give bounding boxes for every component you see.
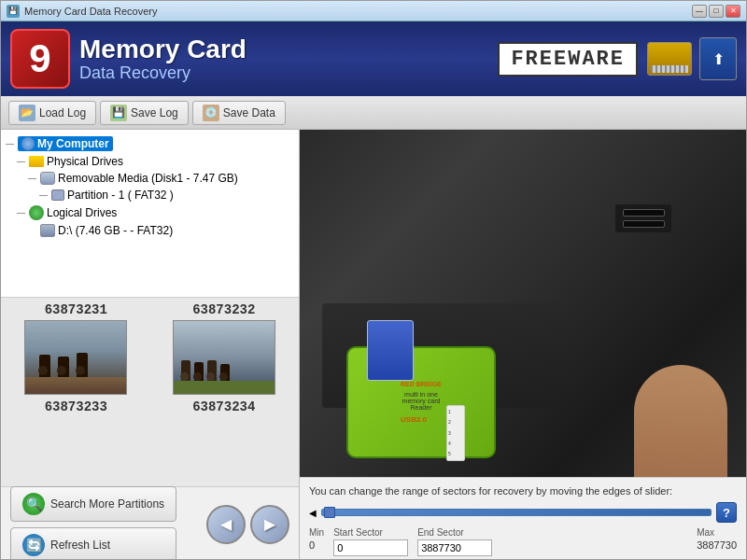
port-hole-1: [623, 209, 665, 217]
expand-icon-physical: —: [17, 157, 26, 166]
window-title: Memory Card Data Recovery: [24, 6, 157, 17]
next-button[interactable]: ▶: [250, 505, 289, 544]
end-sector-label: End Sector: [417, 527, 492, 538]
tree-item-logical-drives[interactable]: — Logical Drives: [6, 203, 294, 222]
photo-display: RED BRIDGE multi in onememory cardReader…: [300, 130, 746, 477]
tree-item-physical-drives[interactable]: — Physical Drives: [6, 153, 294, 170]
minimize-button[interactable]: —: [692, 5, 707, 18]
thumbnail-image-1: [24, 320, 127, 395]
port-area: [615, 204, 671, 232]
port-hole-2: [623, 220, 665, 228]
title-bar-left: 💾 Memory Card Data Recovery: [7, 5, 157, 18]
tree-item-removable-media[interactable]: — Removable Media (Disk1 - 7.47 GB): [6, 170, 294, 187]
expand-icon-removable: —: [28, 174, 37, 183]
thumbnail-image-2: [173, 320, 275, 395]
tree-view: — My Computer — Physical Drives — Remova…: [1, 130, 299, 298]
start-sector-input[interactable]: [333, 539, 408, 556]
nav-buttons: ◀ ▶: [206, 505, 289, 544]
physical-drives-label: Physical Drives: [47, 155, 123, 168]
removable-media-label: Removable Media (Disk1 - 7.47 GB): [58, 172, 238, 185]
computer-icon: [21, 137, 35, 150]
save-data-button[interactable]: 💿 Save Data: [192, 101, 286, 125]
expand-icon-d-drive: [28, 226, 37, 235]
sector-fields-row: Min 0 Start Sector End Sector Max 388773…: [309, 527, 737, 556]
app-icon: 💾: [7, 5, 20, 18]
max-value: 3887730: [697, 539, 737, 551]
memory-card-icon: [647, 42, 692, 76]
my-computer-label: My Computer: [37, 137, 109, 150]
app-title-line2: Data Recovery: [79, 64, 488, 83]
save-log-icon: 💾: [110, 105, 127, 121]
min-value: 0: [309, 539, 324, 551]
partition-icon: [51, 189, 64, 201]
search-more-partitions-button[interactable]: 🔍 Search More Partitions: [10, 486, 176, 522]
d-drive-label: D:\ (7.46 GB - - FAT32): [58, 224, 173, 237]
tree-item-partition[interactable]: — Partition - 1 ( FAT32 ): [6, 187, 294, 203]
save-data-label: Save Data: [223, 106, 275, 119]
expand-icon-computer: —: [6, 139, 15, 148]
title-bar-controls: — □ ✕: [692, 5, 740, 18]
save-data-icon: 💿: [203, 105, 219, 121]
save-log-label: Save Log: [131, 106, 178, 119]
max-label: Max: [697, 527, 737, 538]
thumb-numbers-row1: 63873231 63873232: [6, 302, 294, 317]
thumb-item-1[interactable]: [6, 320, 147, 395]
card-reader: RED BRIDGE multi in onememory cardReader…: [346, 346, 496, 458]
thumbnail-area: 63873231 63873232: [1, 298, 299, 486]
sd-card-icon: ⬆: [699, 37, 737, 80]
tree-item-d-drive[interactable]: D:\ (7.46 GB - - FAT32): [6, 222, 294, 239]
sd-card-inserted: [367, 320, 414, 381]
freeware-badge: FREEWARE: [498, 42, 638, 77]
search-more-partitions-label: Search More Partitions: [50, 497, 164, 511]
card-reader-brand: RED BRIDGE multi in onememory cardReader…: [401, 381, 442, 423]
thumb-item-2[interactable]: [154, 320, 295, 395]
save-log-button[interactable]: 💾 Save Log: [100, 101, 189, 125]
restore-button[interactable]: □: [709, 5, 724, 18]
help-button[interactable]: ?: [716, 502, 737, 523]
slider-handle-left[interactable]: [324, 507, 335, 518]
recovery-info-text: You can change the range of sectors for …: [309, 485, 737, 497]
title-bar: 💾 Memory Card Data Recovery — □ ✕: [1, 1, 746, 21]
hand-shape: [634, 365, 727, 477]
tree-item-my-computer[interactable]: — My Computer: [6, 134, 294, 153]
thumb-id-63873231: 63873231: [6, 302, 147, 317]
disk-icon-d: [40, 224, 55, 237]
refresh-list-label: Refresh List: [50, 539, 110, 552]
slider-left-arrow: ◀: [309, 508, 317, 518]
expand-icon-logical: —: [17, 208, 26, 217]
thumb-id-63873232: 63873232: [154, 302, 295, 317]
refresh-icon: 🔄: [22, 534, 45, 556]
slider-row: ◀ ?: [309, 502, 737, 523]
usb-text: USB2.0: [401, 415, 442, 424]
load-log-label: Load Log: [39, 106, 86, 119]
start-sector-group: Start Sector: [333, 527, 408, 556]
app-header: 9 Memory Card Data Recovery FREEWARE ⬆: [1, 21, 746, 96]
end-sector-input[interactable]: [417, 539, 492, 556]
thumb-id-63873234: 63873234: [154, 399, 295, 414]
folder-icon-physical: [29, 156, 44, 167]
close-button[interactable]: ✕: [726, 5, 740, 18]
expand-icon-partition: —: [39, 190, 49, 200]
max-group: Max 3887730: [697, 527, 737, 551]
recovery-panel: You can change the range of sectors for …: [300, 477, 746, 560]
left-panel: — My Computer — Physical Drives — Remova…: [1, 130, 300, 560]
thumb-numbers-row2: 63873233 63873234: [6, 399, 294, 414]
load-log-button[interactable]: 📂 Load Log: [8, 101, 96, 125]
start-sector-label: Start Sector: [333, 527, 408, 538]
drive-icon-removable: [40, 172, 55, 185]
app-title-line1: Memory Card: [79, 35, 488, 64]
photo-scene: RED BRIDGE multi in onememory cardReader…: [300, 130, 746, 477]
load-log-icon: 📂: [19, 105, 35, 121]
right-panel: RED BRIDGE multi in onememory cardReader…: [300, 130, 746, 560]
min-label: Min: [309, 527, 324, 538]
brand-text: RED BRIDGE: [401, 381, 442, 388]
main-content: — My Computer — Physical Drives — Remova…: [1, 130, 746, 560]
slider-track[interactable]: [321, 509, 712, 516]
header-icons: ⬆: [647, 37, 737, 80]
logical-drives-label: Logical Drives: [47, 206, 117, 219]
end-sector-group: End Sector: [417, 527, 492, 556]
min-group: Min 0: [309, 527, 324, 551]
partition-label: Partition - 1 ( FAT32 ): [67, 189, 174, 202]
prev-button[interactable]: ◀: [206, 505, 246, 544]
refresh-list-button[interactable]: 🔄 Refresh List: [10, 527, 176, 561]
